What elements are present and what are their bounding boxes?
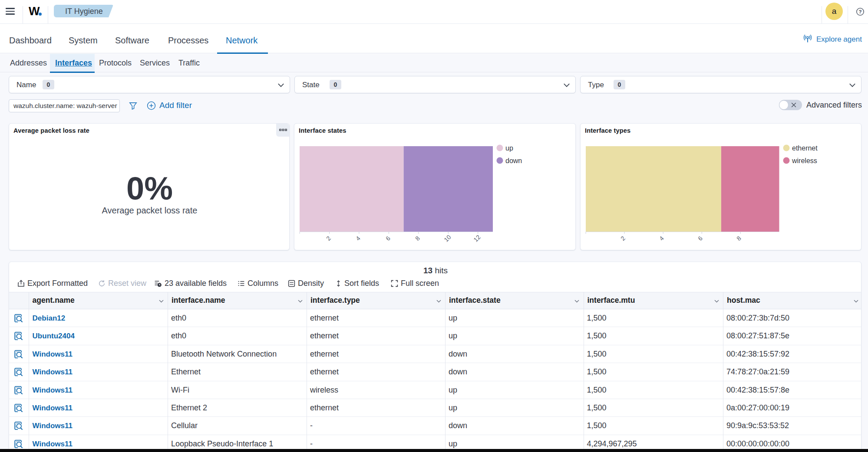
svg-text:6: 6	[696, 235, 704, 242]
svg-text:wireless: wireless	[792, 157, 817, 164]
svg-text:ethernet: ethernet	[792, 144, 818, 152]
svg-text:8: 8	[735, 235, 743, 242]
svg-text:8: 8	[414, 235, 421, 242]
svg-text:up: up	[505, 144, 513, 152]
svg-text:2: 2	[619, 235, 627, 242]
svg-text:4: 4	[354, 235, 362, 242]
svg-text:10: 10	[442, 233, 452, 243]
svg-text:4: 4	[658, 235, 665, 242]
svg-text:12: 12	[472, 233, 482, 243]
svg-text:6: 6	[384, 235, 392, 242]
svg-text:down: down	[505, 157, 522, 164]
svg-text:2: 2	[325, 235, 332, 242]
svg-text:?: ?	[858, 9, 861, 14]
